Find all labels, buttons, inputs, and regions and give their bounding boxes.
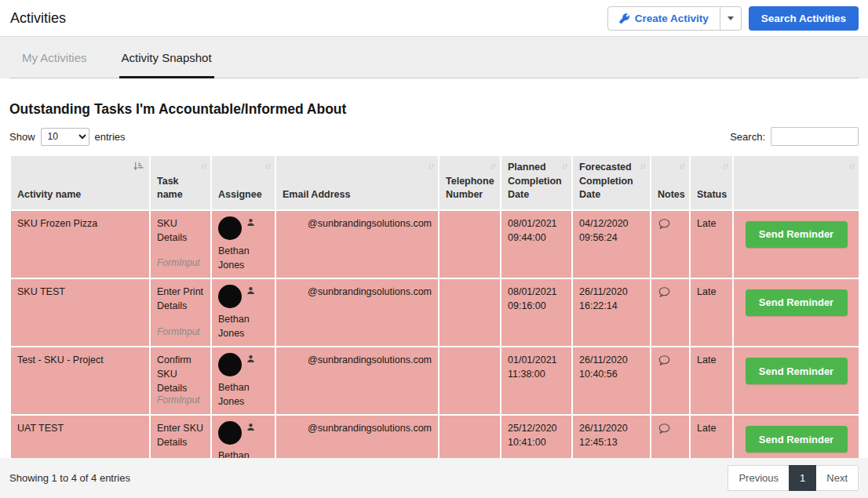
column-header-activity-name[interactable]: Activity name [10,155,150,210]
planned-date-cell: 08/01/2021 09:44:00 [501,210,572,278]
sort-icon[interactable]: ↓↑ [848,160,854,172]
sort-icon[interactable]: ↓↑ [490,160,495,172]
search-input[interactable] [771,127,859,146]
show-label: Show [9,131,35,143]
action-cell: Send Reminder [733,347,859,415]
send-reminder-button[interactable]: Send Reminder [746,358,848,384]
email-cell: @sunbrandingsolutions.com [275,278,439,347]
planned-date-cell: 01/01/2021 11:38:00 [501,347,572,415]
notes-cell [651,347,690,415]
notes-cell [651,278,690,347]
current-page-button[interactable]: 1 [789,465,816,491]
avatar [218,285,242,308]
column-header-email[interactable]: Email Address↓↑ [275,155,439,210]
table-controls: Show 10 entries Search: [9,127,859,146]
table-row: Test - SKU - Project Confirm SKU Details… [10,347,859,415]
activity-name-cell: SKU TEST [10,278,150,347]
tab-my-activities[interactable]: My Activities [20,51,89,78]
search-label: Search: [730,131,765,143]
notes-cell [651,210,690,278]
column-header-notes[interactable]: Notes↓↑ [651,155,690,210]
top-bar: Activities Create Activity Search Activi… [0,0,868,37]
sort-icon[interactable]: ↓↑ [679,160,684,172]
column-header-forecast-date[interactable]: Forecasted Completion Date↓↑ [572,155,651,210]
entries-summary: Showing 1 to 4 of 4 entries [9,472,130,484]
task-name: SKU Details [157,216,204,245]
note-bubble-icon[interactable] [658,218,671,230]
show-entries-control: Show 10 entries [9,128,126,146]
assignee-name: Bethan Jones [218,244,268,272]
status-badge: Late [697,218,716,229]
page-title: Activities [10,10,66,27]
tab-strip: My Activities Activity Snapshot [0,37,868,78]
avatar [218,421,242,445]
topbar-actions: Create Activity Search Activities [607,6,859,31]
task-name-cell: Confirm SKU Details FormInput [150,347,211,415]
send-reminder-button[interactable]: Send Reminder [746,289,848,316]
column-header-planned-date[interactable]: Planned Completion Date↓↑ [501,155,572,210]
create-activity-dropdown-button[interactable] [720,7,741,30]
previous-page-button[interactable]: Previous [728,465,789,491]
assignee-name: Bethan Jones [218,312,268,340]
column-header-status[interactable]: Status↓↑ [690,155,733,210]
task-name: Confirm SKU Details [157,353,204,395]
avatar [218,353,242,376]
assignee-cell: Bethan Jones [211,210,275,278]
sort-icon[interactable]: ↓↑ [264,160,270,172]
task-type-label: FormInput [157,256,200,270]
forecast-date-cell: 26/11/2020 16:22:14 [572,278,651,347]
sort-amount-down-icon[interactable] [133,161,144,172]
status-badge: Late [697,423,716,434]
column-header-actions[interactable]: ↓↑ [733,155,859,210]
table-row: SKU Frozen Pizza SKU Details FormInput B… [10,210,859,278]
note-bubble-icon[interactable] [658,286,671,298]
sort-icon[interactable]: ↓↑ [640,160,645,172]
send-reminder-button[interactable]: Send Reminder [746,426,848,453]
status-badge: Late [697,354,716,365]
task-type-label: FormInput [157,325,200,339]
forecast-date-cell: 04/12/2020 09:56:24 [572,210,651,278]
action-cell: Send Reminder [733,278,859,347]
page-size-select[interactable]: 10 [41,128,89,146]
note-bubble-icon[interactable] [658,354,671,366]
wrench-icon [619,13,629,24]
assignee-name: Bethan Jones [218,380,268,409]
search-activities-button[interactable]: Search Activities [749,6,859,31]
task-type-label: FormInput [157,394,200,407]
action-cell: Send Reminder [733,210,859,278]
note-bubble-icon[interactable] [658,423,671,434]
status-cell: Late [690,210,733,278]
tasks-table: Activity name Task name↓↑ Assignee↓↑ Ema… [9,154,859,485]
sort-icon[interactable]: ↓↑ [428,160,433,172]
table-footer: Showing 1 to 4 of 4 entries Previous 1 N… [0,458,868,498]
search-control: Search: [730,127,859,146]
email-cell: @sunbrandingsolutions.com [275,347,439,415]
email-cell: @sunbrandingsolutions.com [275,210,439,278]
create-activity-button[interactable]: Create Activity [608,7,720,30]
person-icon [246,218,255,227]
planned-date-cell: 08/01/2021 09:16:00 [501,278,572,347]
sort-icon[interactable]: ↓↑ [722,160,728,172]
telephone-cell [439,278,501,347]
sort-icon[interactable]: ↓↑ [561,160,567,172]
sort-icon[interactable]: ↓↑ [200,160,206,172]
activity-name-cell: Test - SKU - Project [10,347,150,415]
tab-activity-snapshot[interactable]: Activity Snapshot [119,51,214,78]
column-header-telephone[interactable]: Telephone Number↓↑ [439,155,501,210]
task-name-cell: Enter Print Details FormInput [150,278,211,347]
chevron-down-icon [728,16,734,20]
task-name: Enter SKU Details [157,421,204,449]
column-header-assignee[interactable]: Assignee↓↑ [211,155,275,210]
pagination: Previous 1 Next [728,465,859,491]
table-header-row: Activity name Task name↓↑ Assignee↓↑ Ema… [10,155,859,210]
task-name: Enter Print Details [157,285,204,313]
section-title: Outstanding Tasks I'm Accountable/Inform… [9,101,859,118]
telephone-cell [439,210,501,278]
task-name-cell: SKU Details FormInput [150,210,211,278]
column-header-task-name[interactable]: Task name↓↑ [150,155,211,210]
next-page-button[interactable]: Next [816,465,859,491]
send-reminder-button[interactable]: Send Reminder [746,221,848,248]
table-row: SKU TEST Enter Print Details FormInput B… [10,278,859,347]
telephone-cell [439,347,501,415]
avatar [218,216,242,240]
